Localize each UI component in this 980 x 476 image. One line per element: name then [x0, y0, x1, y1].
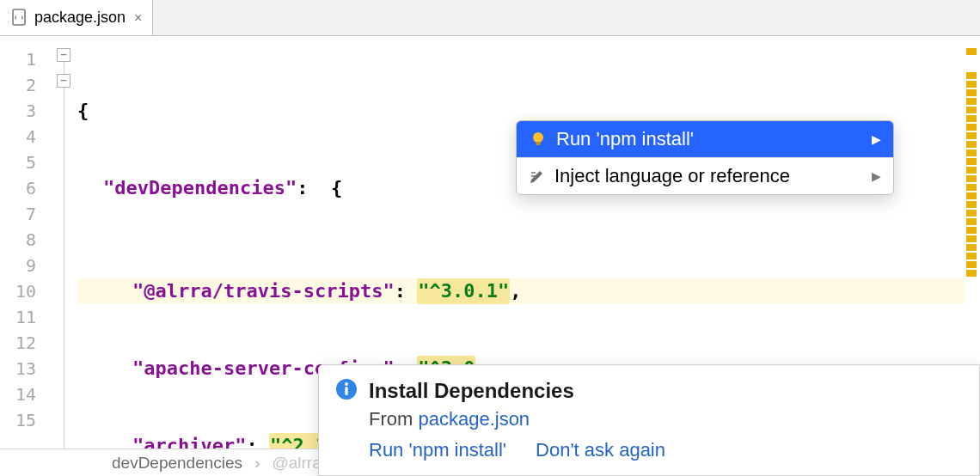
notification-action-run[interactable]: Run 'npm install' [369, 439, 506, 461]
fold-toggle-icon[interactable]: – [57, 74, 70, 88]
chevron-right-icon: ▶ [872, 132, 881, 146]
notification-subtitle: From package.json [369, 408, 964, 430]
svg-rect-5 [345, 387, 347, 395]
editor-tab[interactable]: package.json × [0, 0, 153, 35]
notification-title: Install Dependencies [369, 379, 574, 403]
json-file-icon [10, 9, 29, 27]
line-number-gutter: 123 456 789 101112 131415 [0, 36, 52, 449]
chevron-right-icon: ▶ [872, 169, 881, 183]
fold-gutter: – – [52, 36, 77, 449]
notification-action-dont-ask[interactable]: Don't ask again [536, 439, 665, 461]
intention-actions-popup: Run 'npm install' ▶ Inject language or r… [516, 120, 894, 195]
info-icon [334, 377, 358, 405]
svg-rect-2 [536, 142, 541, 145]
lightbulb-icon [529, 130, 548, 149]
svg-point-4 [345, 382, 348, 386]
intention-label: Inject language or reference [554, 165, 790, 187]
intention-inject-language[interactable]: Inject language or reference ▶ [517, 158, 893, 194]
notification-file-link[interactable]: package.json [418, 408, 530, 430]
close-tab-icon[interactable]: × [131, 10, 142, 26]
intention-label: Run 'npm install' [556, 128, 694, 150]
breadcrumb-item[interactable]: devDependencies [112, 454, 242, 473]
edit-icon [529, 168, 546, 185]
svg-rect-0 [13, 9, 25, 25]
tab-bar: package.json × [0, 0, 980, 36]
chevron-right-icon: › [254, 454, 260, 473]
fold-toggle-icon[interactable]: – [57, 48, 70, 62]
install-deps-notification: Install Dependencies From package.json R… [318, 364, 980, 476]
svg-point-1 [533, 132, 543, 143]
intention-run-npm-install[interactable]: Run 'npm install' ▶ [517, 121, 893, 157]
tab-filename: package.json [34, 9, 126, 27]
